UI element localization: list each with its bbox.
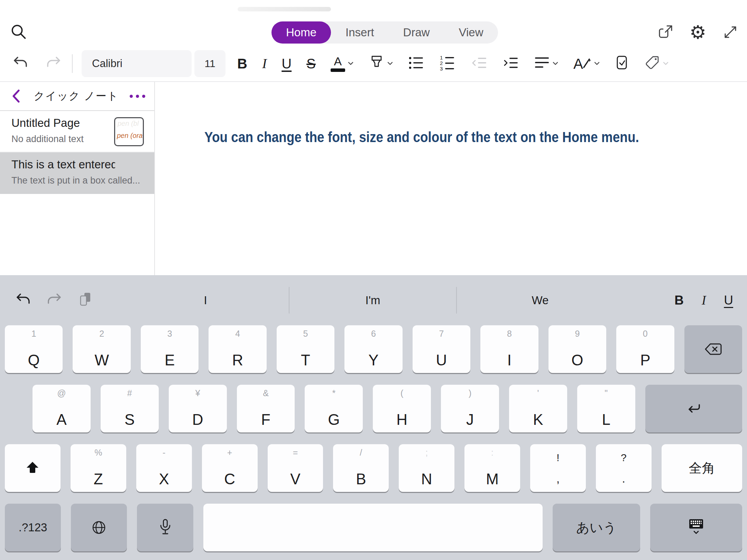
tag-button[interactable] [644, 55, 669, 72]
tab-home[interactable]: Home [271, 21, 331, 44]
key-i[interactable]: I8 [480, 325, 538, 373]
key-e[interactable]: E3 [141, 325, 199, 373]
key-v[interactable]: V= [268, 444, 323, 492]
tab-draw[interactable]: Draw [389, 21, 444, 44]
kb-redo-button[interactable] [46, 275, 62, 325]
search-button[interactable] [10, 23, 29, 42]
key-r[interactable]: R4 [209, 325, 266, 373]
key-m[interactable]: M: [464, 444, 520, 492]
key-s[interactable]: S# [101, 385, 159, 432]
undo-icon [12, 55, 29, 72]
svg-text:2: 2 [440, 60, 443, 66]
globe-key[interactable] [71, 504, 127, 551]
note-canvas[interactable]: You can change the font, size and colour… [156, 82, 747, 275]
return-key[interactable] [645, 385, 742, 432]
key-o[interactable]: O9 [548, 325, 606, 373]
font-color-button[interactable]: A [331, 55, 354, 72]
shift-key[interactable] [5, 444, 61, 492]
key-n[interactable]: N; [399, 444, 454, 492]
indent-button[interactable] [502, 55, 519, 72]
kb-bold-button[interactable]: B [674, 293, 684, 308]
redo-button[interactable] [45, 55, 62, 72]
key-c[interactable]: C+ [202, 444, 258, 492]
fontcolor-icon: A [331, 55, 345, 72]
key-p[interactable]: P0 [616, 325, 674, 373]
toolbar-divider [72, 54, 73, 73]
kb-underline-button[interactable]: U [724, 293, 733, 308]
kb-italic-button[interactable]: I [702, 293, 706, 308]
keyboard-row-3: Z%X-C+V=B/N;M:!,?.全角 [5, 444, 742, 492]
underline-button[interactable]: U [282, 57, 292, 71]
space-key[interactable] [203, 504, 543, 551]
key-j[interactable]: J) [441, 385, 499, 432]
page-thumbnail: pen (blpen (ora [114, 117, 144, 146]
key-w[interactable]: W2 [73, 325, 130, 373]
onscreen-keyboard: II'mWe BIU Q1W2E3R4T5Y6U7I8O9P0A@S#D¥F&G… [0, 275, 747, 560]
font-size-select[interactable]: 11 [194, 50, 225, 77]
question-period-key[interactable]: ?. [596, 444, 652, 492]
styles-icon: A [573, 55, 591, 72]
zenkaku-key[interactable]: 全角 [662, 444, 742, 492]
suggestion-1[interactable]: I [122, 275, 289, 325]
key-t[interactable]: T5 [277, 325, 334, 373]
bold-button-glyph: B [237, 57, 247, 71]
note-text[interactable]: You can change the font, size and colour… [204, 129, 639, 146]
page-item-2[interactable]: This is a text entered in...The text is … [0, 152, 154, 194]
key-f[interactable]: F& [237, 385, 295, 432]
dismiss-keyboard-key[interactable] [650, 504, 742, 551]
dismiss-icon [650, 504, 742, 551]
key-x[interactable]: X- [136, 444, 192, 492]
suggestion-3[interactable]: We [456, 275, 624, 325]
dictation-key[interactable] [137, 504, 193, 551]
font-name-select[interactable]: Calibri [82, 50, 192, 77]
back-button[interactable] [9, 88, 23, 104]
tab-view[interactable]: View [444, 21, 498, 44]
key-q[interactable]: Q1 [5, 325, 63, 373]
strikethrough-button[interactable]: S [306, 57, 316, 71]
highlight-button[interactable] [369, 54, 393, 73]
expand-button[interactable] [721, 23, 739, 42]
top-actions: ⚙ [656, 21, 739, 44]
key-h[interactable]: H( [373, 385, 431, 432]
gear-button[interactable]: ⚙ [689, 23, 707, 42]
align-icon [534, 56, 550, 71]
page-item-1[interactable]: Untitled PageNo additional textpen (blpe… [0, 111, 154, 152]
kana-key[interactable]: あいう [553, 504, 640, 551]
font-styles-button[interactable]: A [573, 55, 600, 72]
kb-undo-button[interactable] [15, 275, 32, 325]
bullet-list-button[interactable] [408, 55, 425, 72]
expand-icon [722, 24, 739, 42]
tag-icon [644, 55, 660, 72]
alignment-button[interactable] [534, 56, 559, 71]
outdent-button[interactable] [471, 55, 488, 72]
format-toolbar: Calibri 11 BIUSA123A [0, 46, 747, 81]
key-k[interactable]: K' [509, 385, 567, 432]
exclaim-comma-key[interactable]: !, [530, 444, 586, 492]
key-g[interactable]: G* [305, 385, 363, 432]
todo-checkbox-button[interactable] [615, 55, 629, 72]
bold-button[interactable]: B [237, 57, 247, 71]
key-u[interactable]: U7 [413, 325, 470, 373]
more-options-button[interactable] [130, 95, 145, 98]
window-drag-handle[interactable] [238, 7, 331, 11]
redo-icon [46, 292, 62, 308]
undo-button[interactable] [12, 55, 29, 72]
key-y[interactable]: Y6 [344, 325, 402, 373]
backspace-icon [684, 325, 742, 373]
key-a[interactable]: A@ [33, 385, 91, 432]
key-d[interactable]: D¥ [169, 385, 227, 432]
share-button[interactable] [656, 23, 674, 42]
italic-button[interactable]: I [262, 57, 267, 71]
key-b[interactable]: B/ [333, 444, 389, 492]
highlighter-icon [369, 54, 385, 73]
suggestion-2[interactable]: I'm [289, 275, 456, 325]
onenote-app-window: HomeInsertDrawView ⚙ Calibri 11 BIUSA123… [0, 0, 747, 560]
tab-insert[interactable]: Insert [331, 21, 389, 44]
back-chevron-icon [9, 88, 23, 104]
kb-paste-button[interactable] [77, 275, 93, 325]
key-l[interactable]: L" [577, 385, 635, 432]
numbers-key[interactable]: .?123 [5, 504, 61, 551]
backspace-key[interactable] [684, 325, 742, 373]
numbered-list-button[interactable]: 123 [440, 55, 456, 72]
key-z[interactable]: Z% [71, 444, 126, 492]
